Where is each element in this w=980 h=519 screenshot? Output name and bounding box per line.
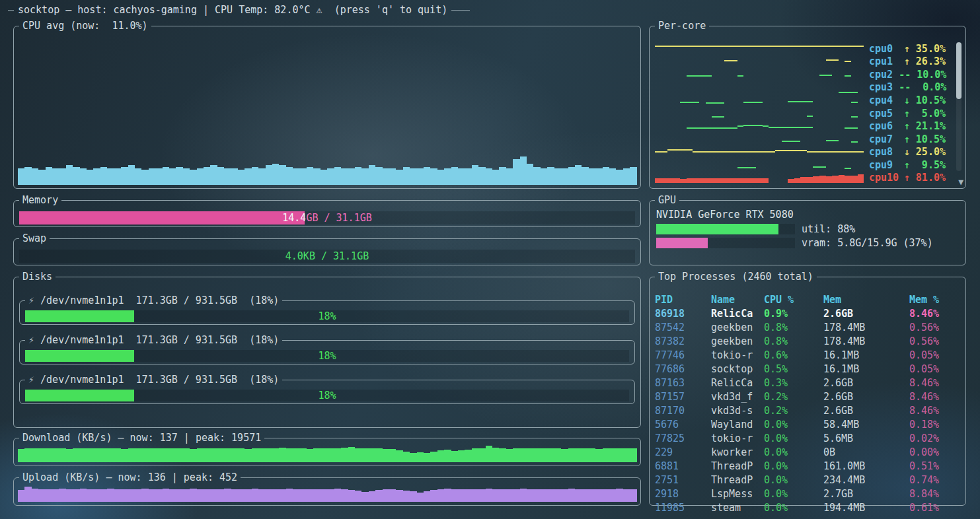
process-pid: 87170	[655, 404, 711, 418]
spark-bar	[266, 489, 272, 502]
spark-bar	[38, 170, 45, 185]
process-row[interactable]: 86918RelicCa0.9%2.6GB8.46%	[655, 307, 960, 321]
spark-bar	[527, 448, 533, 462]
spark-cell	[655, 44, 661, 54]
column-header-cpu: CPU %	[764, 293, 823, 307]
spark-cell	[661, 121, 668, 131]
process-row[interactable]: 77746tokio-r0.6%16.1MB0.05%	[655, 349, 960, 363]
spark-cell	[813, 134, 819, 145]
process-row[interactable]: 5676Wayland0.0%58.4MB0.18%	[655, 418, 960, 432]
process-row[interactable]: 77825tokio-r0.0%5.6MB0.02%	[655, 432, 960, 446]
spark-cell	[756, 160, 763, 170]
process-row[interactable]: 6881ThreadP0.0%161.0MB0.51%	[655, 460, 960, 473]
process-row[interactable]: 77686socktop0.5%16.1MB0.05%	[655, 363, 960, 376]
spark-cell	[687, 95, 693, 106]
spark-cell	[769, 147, 775, 157]
spark-mark	[858, 174, 864, 183]
percore-sparkline	[655, 160, 864, 170]
spark-cell	[724, 172, 731, 183]
spark-mark	[851, 116, 858, 118]
spark-bar	[224, 448, 231, 462]
percore-sparkline	[655, 147, 864, 157]
spark-mark	[807, 127, 813, 128]
spark-cell	[800, 172, 807, 183]
process-pid: 11985	[655, 501, 711, 515]
percore-label: cpu7 ↑ 10.5%	[869, 133, 946, 145]
spark-cell	[667, 121, 674, 131]
process-row[interactable]: 87163RelicCa0.3%2.6GB8.46%	[655, 376, 960, 390]
spark-mark	[807, 151, 813, 153]
spark-bar	[252, 448, 258, 462]
spark-bar	[204, 448, 210, 462]
process-row[interactable]: 2918LspMess0.0%2.7GB8.84%	[655, 487, 960, 501]
spark-mark	[737, 125, 744, 127]
spark-cell	[851, 44, 858, 54]
spark-bar	[595, 489, 602, 502]
spark-bar	[369, 165, 375, 185]
process-row[interactable]: 87157vkd3d_f0.2%2.6GB8.46%	[655, 390, 960, 404]
process-memp: 0.61%	[909, 501, 960, 515]
spark-cell	[756, 44, 763, 54]
spark-cell	[680, 56, 687, 67]
percore-scrollbar-thumb[interactable]	[956, 42, 961, 99]
spark-cell	[661, 172, 668, 183]
percore-row: cpu0 ↑ 35.0%	[655, 42, 946, 55]
process-pid: 87163	[655, 376, 711, 390]
process-pid: 5676	[655, 418, 711, 432]
spark-cell	[743, 121, 750, 131]
process-row[interactable]: 2751ThreadP0.0%234.4MB0.74%	[655, 473, 960, 487]
spark-bar	[114, 168, 121, 185]
spark-cell	[724, 95, 731, 106]
spark-bar	[18, 168, 24, 185]
spark-bar	[210, 165, 217, 185]
spark-cell	[750, 172, 757, 183]
spark-cell	[712, 82, 718, 92]
spark-cell	[661, 147, 668, 157]
spark-bar	[561, 168, 568, 185]
process-row[interactable]: 11985steam0.0%194.4MB0.61%	[655, 501, 960, 515]
spark-mark	[851, 176, 858, 183]
spark-cell	[775, 147, 782, 157]
spark-mark	[655, 151, 661, 153]
spark-mark	[782, 46, 788, 47]
spark-bar	[437, 170, 444, 185]
process-row[interactable]: 87170vkd3d-s0.2%2.6GB8.46%	[655, 404, 960, 418]
process-row[interactable]: 229kworker0.0%0B0.00%	[655, 446, 960, 460]
spark-cell	[737, 160, 744, 170]
process-row[interactable]: 87542geekben0.8%178.4MB0.56%	[655, 321, 960, 335]
spark-bar	[87, 170, 93, 185]
spark-cell	[756, 147, 763, 157]
scroll-down-icon[interactable]: ▼	[958, 178, 963, 186]
spark-bar	[46, 448, 52, 462]
spark-mark	[724, 127, 731, 129]
spark-bar	[59, 448, 65, 462]
spark-cell	[788, 82, 794, 92]
spark-cell	[819, 147, 826, 157]
spark-cell	[718, 172, 725, 183]
spark-cell	[800, 69, 807, 80]
spark-bar	[465, 489, 471, 502]
spark-mark	[750, 178, 757, 183]
spark-bar	[506, 449, 513, 462]
spark-cell	[858, 121, 864, 131]
process-row[interactable]: 87382geekben0.8%178.4MB0.56%	[655, 335, 960, 349]
spark-bar	[46, 489, 52, 502]
spark-mark	[839, 46, 845, 47]
spark-bar	[190, 170, 196, 185]
process-memp: 8.46%	[909, 307, 960, 321]
spark-mark	[731, 151, 737, 153]
spark-cell	[807, 108, 813, 119]
spark-bar	[197, 489, 204, 502]
spark-bar	[231, 489, 238, 502]
spark-bar	[73, 489, 79, 502]
spark-bar	[300, 168, 307, 185]
spark-mark	[807, 177, 813, 184]
spark-bar	[176, 448, 182, 462]
spark-bar	[128, 489, 135, 502]
spark-cell	[680, 69, 687, 80]
spark-bar	[100, 167, 107, 185]
spark-bar	[424, 167, 430, 185]
process-memp: 0.56%	[909, 321, 960, 335]
percore-scrollbar[interactable]	[956, 42, 961, 171]
spark-bar	[575, 165, 582, 185]
